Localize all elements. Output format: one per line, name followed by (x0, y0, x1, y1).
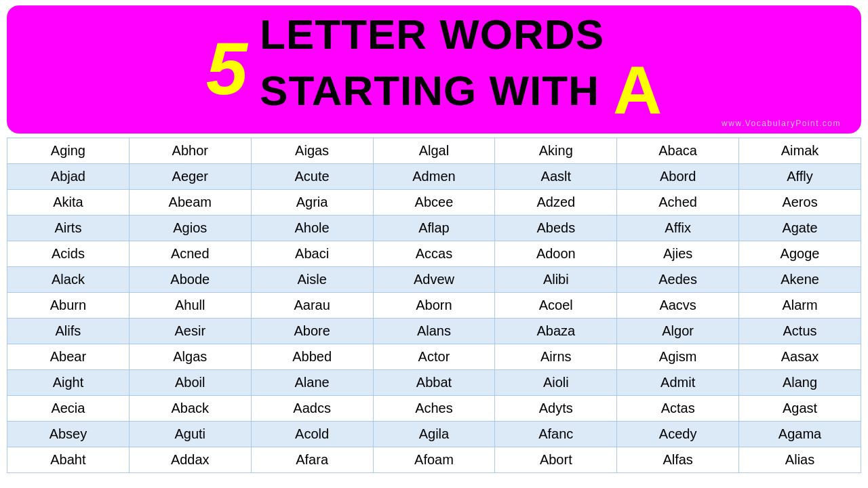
table-cell: Alfas (617, 447, 739, 473)
table-cell: Abcee (373, 190, 495, 216)
header-text-block: LETTER WORDS STARTING WITH A (260, 12, 662, 124)
table-cell: Aesir (129, 319, 251, 344)
table-cell: Acoel (495, 293, 617, 319)
table-row: AirtsAgiosAholeAflapAbedsAffixAgate (7, 216, 861, 241)
table-cell: Adyts (495, 396, 617, 422)
table-cell: Afara (251, 447, 373, 473)
table-cell: Aioli (495, 370, 617, 396)
table-cell: Alane (251, 370, 373, 396)
table-cell: Absey (7, 422, 130, 447)
table-cell: Aacvs (617, 293, 739, 319)
table-cell: Agast (739, 396, 861, 422)
table-cell: Abbed (251, 344, 373, 370)
table-row: AbearAlgasAbbedActorAirnsAgismAasax (7, 344, 861, 370)
table-row: AightAboilAlaneAbbatAioliAdmitAlang (7, 370, 861, 396)
table-cell: Admit (617, 370, 739, 396)
table-cell: Agoge (739, 241, 861, 267)
table-cell: Agate (739, 216, 861, 241)
table-cell: Abore (251, 319, 373, 344)
table-cell: Abaca (617, 138, 739, 164)
table-cell: Aadcs (251, 396, 373, 422)
table-cell: Algor (617, 319, 739, 344)
table-cell: Abbat (373, 370, 495, 396)
page-header: 5 LETTER WORDS STARTING WITH A www.Vocab… (7, 5, 861, 134)
table-cell: Aaslt (495, 164, 617, 190)
table-cell: Alibi (495, 267, 617, 293)
table-row: AcidsAcnedAbaciAccasAdoonAjiesAgoge (7, 241, 861, 267)
table-cell: Alias (739, 447, 861, 473)
table-cell: Actor (373, 344, 495, 370)
table-cell: Afoam (373, 447, 495, 473)
table-cell: Aimak (739, 138, 861, 164)
table-cell: Acids (7, 241, 130, 267)
table-cell: Abord (617, 164, 739, 190)
table-cell: Aguti (129, 422, 251, 447)
table-cell: Addax (129, 447, 251, 473)
table-cell: Abaci (251, 241, 373, 267)
table-cell: Agism (617, 344, 739, 370)
table-cell: Alifs (7, 319, 130, 344)
table-cell: Adoon (495, 241, 617, 267)
table-cell: Acedy (617, 422, 739, 447)
table-cell: Agria (251, 190, 373, 216)
table-cell: Abeam (129, 190, 251, 216)
table-cell: Agila (373, 422, 495, 447)
table-cell: Agama (739, 422, 861, 447)
table-row: AkitaAbeamAgriaAbceeAdzedAchedAeros (7, 190, 861, 216)
table-cell: Abort (495, 447, 617, 473)
table-cell: Advew (373, 267, 495, 293)
table-cell: Aborn (373, 293, 495, 319)
table-cell: Aflap (373, 216, 495, 241)
table-cell: Algal (373, 138, 495, 164)
table-cell: Abear (7, 344, 130, 370)
table-cell: Akene (739, 267, 861, 293)
table-cell: Actus (739, 319, 861, 344)
table-cell: Ahull (129, 293, 251, 319)
table-row: AbahtAddaxAfaraAfoamAbortAlfasAlias (7, 447, 861, 473)
header-line2-row: STARTING WITH A (260, 56, 662, 124)
table-cell: Actas (617, 396, 739, 422)
header-number: 5 (206, 31, 248, 106)
table-cell: Alarm (739, 293, 861, 319)
table-cell: Aeger (129, 164, 251, 190)
table-cell: Aburn (7, 293, 130, 319)
table-row: AbseyAgutiAcoldAgilaAfancAcedyAgama (7, 422, 861, 447)
table-row: AlifsAesirAboreAlansAbazaAlgorActus (7, 319, 861, 344)
table-cell: Aking (495, 138, 617, 164)
table-row: AburnAhullAarauAbornAcoelAacvsAlarm (7, 293, 861, 319)
word-table-wrapper: AgingAbhorAigasAlgalAkingAbacaAimakAbjad… (7, 138, 861, 473)
header-line2: STARTING WITH (260, 68, 599, 113)
word-table: AgingAbhorAigasAlgalAkingAbacaAimakAbjad… (7, 138, 861, 473)
table-cell: Aecia (7, 396, 130, 422)
table-cell: Aboil (129, 370, 251, 396)
table-cell: Aigas (251, 138, 373, 164)
table-cell: Abaza (495, 319, 617, 344)
table-cell: Accas (373, 241, 495, 267)
table-cell: Aging (7, 138, 130, 164)
table-cell: Aisle (251, 267, 373, 293)
table-cell: Aback (129, 396, 251, 422)
website-label: www.VocabularyPoint.com (722, 119, 841, 128)
table-cell: Acned (129, 241, 251, 267)
table-cell: Acold (251, 422, 373, 447)
table-cell: Airts (7, 216, 130, 241)
header-letter: A (613, 56, 662, 124)
table-row: AeciaAbackAadcsAchesAdytsActasAgast (7, 396, 861, 422)
table-cell: Abeds (495, 216, 617, 241)
table-cell: Affix (617, 216, 739, 241)
table-cell: Ached (617, 190, 739, 216)
table-cell: Alang (739, 370, 861, 396)
table-cell: Admen (373, 164, 495, 190)
table-cell: Abhor (129, 138, 251, 164)
table-cell: Adzed (495, 190, 617, 216)
table-cell: Alack (7, 267, 130, 293)
table-row: AgingAbhorAigasAlgalAkingAbacaAimak (7, 138, 861, 164)
table-cell: Akita (7, 190, 130, 216)
table-cell: Affly (739, 164, 861, 190)
table-cell: Aedes (617, 267, 739, 293)
table-cell: Aarau (251, 293, 373, 319)
table-cell: Aight (7, 370, 130, 396)
table-cell: Abjad (7, 164, 130, 190)
table-cell: Aches (373, 396, 495, 422)
table-cell: Ajies (617, 241, 739, 267)
